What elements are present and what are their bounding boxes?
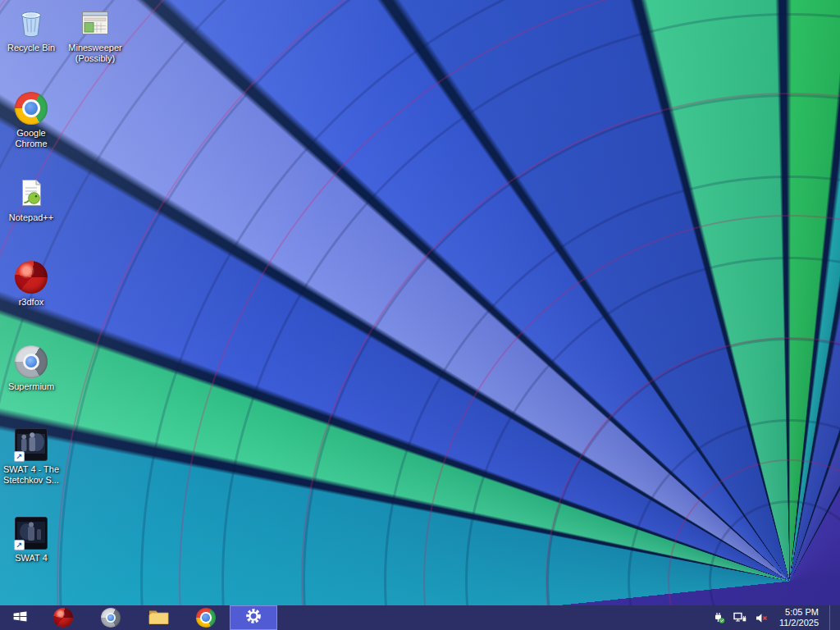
desktop-icon-label: SWAT 4 - The Stetchkov S... [1, 464, 62, 486]
desktop-wallpaper[interactable]: Recycle Bin Minesweeper (Possibly) Googl… [0, 0, 840, 605]
r3dfox-icon [15, 261, 48, 294]
taskbar-button-file-explorer[interactable] [135, 605, 182, 630]
swat4-stetchkov-icon: ↗ [15, 428, 48, 461]
desktop-icon-label: r3dfox [19, 297, 44, 308]
swat4-icon: ↗ [15, 517, 48, 550]
minesweeper-icon [79, 7, 112, 39]
system-tray: 5:05 PM 11/2/2025 [712, 605, 840, 630]
taskbar-button-supermium[interactable] [87, 605, 135, 630]
desktop-icon-notepad-plus-plus[interactable]: Notepad++ [0, 176, 62, 223]
shortcut-arrow-icon: ↗ [14, 451, 25, 462]
taskbar-button-r3dfox[interactable] [39, 605, 87, 630]
notepad-plus-plus-icon [15, 176, 48, 209]
desktop-icon-label: Google Chrome [10, 128, 52, 149]
recycle-bin-icon [15, 7, 48, 39]
desktop-icon-swat4[interactable]: ↗ SWAT 4 [0, 517, 62, 564]
file-explorer-icon [148, 608, 169, 628]
desktop-icon-recycle-bin[interactable]: Recycle Bin [0, 7, 62, 53]
safely-remove-hardware-icon[interactable] [712, 611, 726, 624]
desktop-icon-label: SWAT 4 [15, 553, 48, 564]
desktop-icon-label: Supermium [8, 381, 54, 392]
desktop-icon-supermium[interactable]: Supermium [0, 345, 62, 392]
google-chrome-icon [196, 608, 216, 628]
desktop-icon-swat4-stetchkov[interactable]: ↗ SWAT 4 - The Stetchkov S... [0, 428, 62, 486]
taskbar-clock[interactable]: 5:05 PM 11/2/2025 [776, 607, 822, 628]
google-chrome-icon [15, 92, 48, 125]
start-button[interactable] [0, 605, 39, 630]
clock-date: 11/2/2025 [779, 618, 819, 628]
windows-logo-icon [12, 609, 28, 628]
desktop-icon-google-chrome[interactable]: Google Chrome [0, 92, 62, 149]
desktop-icon-minesweeper[interactable]: Minesweeper (Possibly) [64, 7, 126, 64]
clock-time: 5:05 PM [779, 607, 819, 618]
supermium-icon [15, 345, 48, 378]
volume-muted-icon[interactable] [755, 611, 769, 624]
taskbar-button-settings[interactable] [230, 605, 277, 630]
desktop-icon-label: Recycle Bin [7, 43, 55, 53]
desktop-icon-label: Minesweeper (Possibly) [65, 43, 126, 64]
network-icon[interactable] [733, 611, 747, 624]
r3dfox-icon [53, 608, 73, 628]
gear-icon [244, 607, 262, 628]
taskbar-button-google-chrome[interactable] [182, 605, 230, 630]
show-desktop-button[interactable] [829, 605, 835, 630]
taskbar: 5:05 PM 11/2/2025 [0, 605, 840, 630]
shortcut-arrow-icon: ↗ [14, 540, 25, 550]
desktop-icon-r3dfox[interactable]: r3dfox [0, 261, 62, 308]
desktop-icon-label: Notepad++ [9, 212, 53, 223]
supermium-icon [101, 608, 121, 628]
